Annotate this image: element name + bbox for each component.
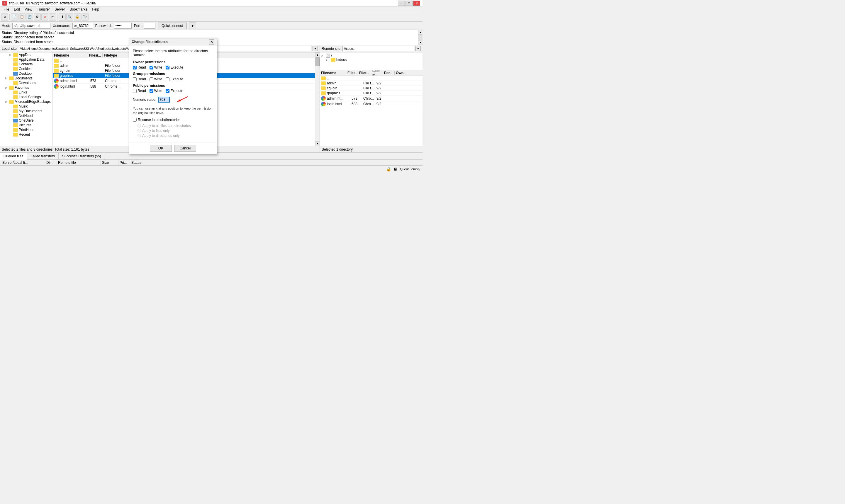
tree-item-links[interactable]: Links [0, 90, 52, 95]
owner-read-checkbox[interactable] [133, 66, 137, 69]
public-write-check[interactable]: Write [149, 89, 162, 93]
owner-write-checkbox[interactable] [149, 66, 153, 69]
public-read-checkbox[interactable] [133, 89, 137, 93]
group-read-check[interactable]: Read [133, 77, 146, 81]
expand-icon[interactable] [8, 132, 12, 137]
group-execute-check[interactable]: Execute [166, 77, 183, 81]
scroll-up-arrow[interactable]: ▲ [315, 52, 320, 57]
host-input[interactable] [12, 23, 50, 29]
toolbar-btn-3[interactable]: 📋 [18, 14, 25, 20]
close-button[interactable]: ✕ [413, 1, 420, 6]
toolbar-btn-6[interactable]: ✕ [41, 14, 48, 20]
password-input[interactable] [114, 23, 131, 29]
toolbar-btn-11[interactable]: 🔭 [82, 14, 89, 20]
scroll-down-arrow[interactable]: ▼ [315, 141, 320, 146]
remote-file-row-graphics[interactable]: graphics File f... 9/2 [320, 91, 423, 96]
expand-icon[interactable] [8, 72, 12, 76]
tree-item-localsettings[interactable]: Local Settings [0, 95, 52, 99]
toolbar-btn-2[interactable]: 📄 [11, 14, 18, 20]
menu-transfer[interactable]: Transfer [35, 7, 52, 12]
maximize-button[interactable]: □ [405, 1, 412, 6]
owner-write-check[interactable]: Write [149, 65, 162, 69]
expand-icon[interactable]: ▷ [321, 54, 325, 57]
apply-dirs-radio[interactable] [138, 134, 141, 138]
expand-icon[interactable] [8, 90, 12, 94]
tab-queued-files[interactable]: Queued files [0, 153, 27, 160]
expand-icon[interactable] [8, 67, 12, 71]
group-read-checkbox[interactable] [133, 77, 137, 81]
toolbar-btn-8[interactable]: ⬇ [59, 14, 66, 20]
menu-view[interactable]: View [22, 7, 35, 12]
expand-icon[interactable] [8, 114, 12, 118]
menu-bookmarks[interactable]: Bookmarks [67, 7, 89, 12]
tree-item-appdata2[interactable]: Application Data [0, 57, 52, 62]
expand-icon[interactable] [8, 95, 12, 99]
quickconnect-dropdown[interactable]: ▼ [189, 22, 196, 29]
tree-item-printhood[interactable]: PrintHood [0, 127, 52, 132]
toolbar-btn-9[interactable]: 🔍 [66, 14, 73, 20]
owner-execute-checkbox[interactable] [166, 66, 170, 69]
tree-item-appdata[interactable]: ▷ AppData [0, 52, 52, 57]
toolbar-btn-1[interactable]: 🖥 [1, 14, 8, 20]
menu-help[interactable]: Help [89, 7, 102, 12]
group-execute-checkbox[interactable] [166, 77, 170, 81]
toolbar-btn-10[interactable]: 🔒 [74, 14, 81, 20]
local-path-dropdown[interactable]: ▼ [313, 46, 318, 51]
remote-tree-root[interactable]: ▷ ? / [321, 54, 421, 58]
apply-all-radio[interactable] [138, 124, 141, 127]
minimize-button[interactable]: ─ [398, 1, 405, 6]
expand-icon[interactable] [8, 128, 12, 132]
tree-item-cookies[interactable]: Cookies [0, 67, 52, 71]
expand-icon[interactable] [8, 104, 12, 108]
public-write-checkbox[interactable] [149, 89, 153, 93]
tree-item-music[interactable]: Music [0, 104, 52, 109]
public-execute-checkbox[interactable] [166, 89, 170, 93]
tree-item-documents[interactable]: ▷ Documents [0, 76, 52, 80]
tab-failed-transfers[interactable]: Failed transfers [27, 153, 59, 159]
tree-item-msedge[interactable]: ▷ MicrosoftEdgeBackups [0, 99, 52, 104]
group-write-check[interactable]: Write [149, 77, 162, 81]
tab-successful-transfers[interactable]: Successful transfers (55) [59, 153, 105, 159]
public-execute-check[interactable]: Execute [166, 89, 183, 93]
group-write-checkbox[interactable] [149, 77, 153, 81]
expand-icon[interactable] [8, 81, 12, 85]
username-input[interactable] [72, 23, 93, 29]
tree-item-desktop[interactable]: Desktop [0, 71, 52, 76]
quickconnect-button[interactable]: Quickconnect [158, 22, 187, 29]
expand-icon[interactable]: ▷ [4, 100, 8, 104]
remote-file-row-admin[interactable]: admin File f... 9/2 [320, 81, 423, 86]
public-read-check[interactable]: Read [133, 89, 146, 93]
remote-path-input[interactable] [342, 46, 414, 51]
expand-icon[interactable] [8, 62, 12, 66]
expand-icon[interactable]: ▷ [326, 58, 330, 61]
dialog-close-button[interactable]: ✕ [209, 39, 214, 44]
menu-edit[interactable]: Edit [12, 7, 22, 12]
dialog-cancel-button[interactable]: Cancel [174, 145, 196, 152]
remote-path-dropdown[interactable]: ▼ [416, 46, 421, 51]
local-scrollbar[interactable]: ▲ ▼ [315, 52, 320, 146]
remote-file-row-adminhtml[interactable]: admin.ht... 573 Chro... 9/2 [320, 96, 423, 102]
apply-files-radio[interactable] [138, 129, 141, 132]
tree-item-favorites[interactable]: ▷ Favorites [0, 85, 52, 90]
port-input[interactable] [144, 23, 155, 29]
tree-item-downloads[interactable]: Downloads [0, 80, 52, 85]
numeric-value-input[interactable] [158, 97, 170, 103]
expand-icon[interactable]: ▷ [4, 76, 8, 80]
remote-tree-htdocs[interactable]: ▷ htdocs [321, 58, 421, 62]
expand-icon[interactable] [8, 57, 12, 61]
tree-item-recent[interactable]: Recent [0, 132, 52, 137]
remote-file-row-loginhtml[interactable]: login.html 588 Chro... 9/2 [320, 102, 423, 107]
dialog-ok-button[interactable]: OK [150, 145, 172, 152]
tree-item-nethood[interactable]: NetHood [0, 113, 52, 118]
owner-read-check[interactable]: Read [133, 65, 146, 69]
tree-item-onedrive[interactable]: OneDrive [0, 118, 52, 123]
toolbar-btn-4[interactable]: 🔄 [26, 14, 33, 20]
status-scrollbar[interactable]: ▲ ▼ [418, 30, 423, 45]
menu-file[interactable]: File [1, 7, 12, 12]
scroll-up[interactable]: ▲ [418, 30, 423, 35]
scroll-down[interactable]: ▼ [418, 40, 423, 45]
expand-icon[interactable] [8, 123, 12, 127]
menu-server[interactable]: Server [52, 7, 67, 12]
expand-icon[interactable]: ▷ [8, 53, 12, 57]
tree-item-contacts[interactable]: Contacts [0, 62, 52, 67]
